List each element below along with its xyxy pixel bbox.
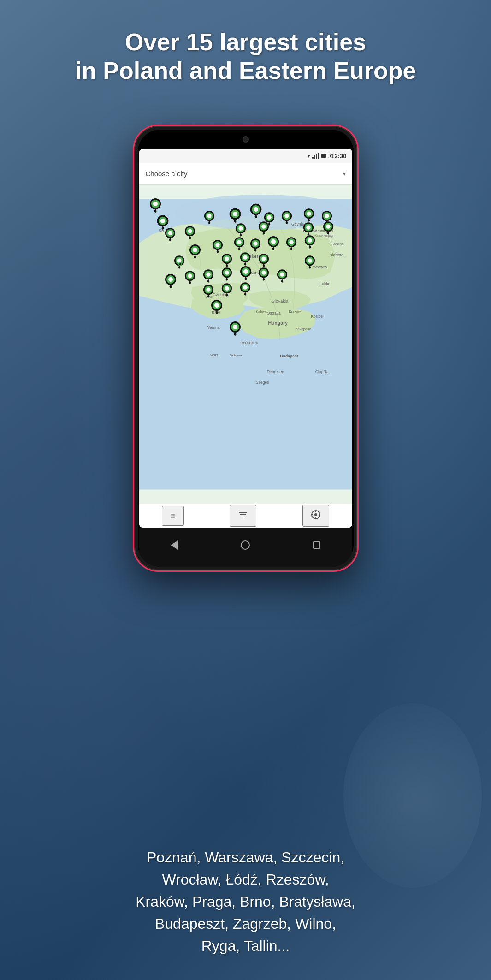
svg-text:Gdynia: Gdynia	[291, 222, 304, 226]
map-pin-27[interactable]	[240, 282, 251, 297]
map-pin-1[interactable]	[204, 210, 215, 226]
svg-point-49	[207, 214, 211, 218]
map-pin-19[interactable]	[258, 253, 269, 269]
map-pin-praha[interactable]	[149, 198, 161, 214]
map-pin-rzeszow[interactable]	[277, 269, 288, 285]
svg-point-133	[261, 271, 266, 275]
svg-point-154	[233, 325, 237, 329]
svg-text:Slovakia: Slovakia	[272, 298, 289, 303]
map-pin-15[interactable]	[304, 235, 315, 250]
header-section: Over 15 largest cities in Poland and Eas…	[0, 28, 491, 85]
map-pin-18[interactable]	[240, 252, 251, 267]
footer-cities-text: Poznań, Warszawa, Szczecin, Wrocław, Łód…	[0, 846, 491, 957]
home-button[interactable]	[241, 540, 250, 550]
svg-point-94	[271, 239, 276, 244]
svg-point-130	[243, 269, 248, 274]
svg-point-43	[254, 207, 258, 212]
filter-button[interactable]	[230, 505, 256, 527]
map-pin-22[interactable]	[203, 269, 214, 285]
map-pin-12[interactable]	[212, 239, 223, 255]
svg-text:Graz: Graz	[209, 353, 218, 357]
svg-text:Vienna: Vienna	[207, 325, 219, 330]
svg-point-46	[160, 219, 165, 223]
map-pin-20[interactable]	[304, 255, 315, 271]
map-pin-4[interactable]	[303, 208, 314, 224]
svg-point-118	[168, 277, 173, 282]
map-pin-26[interactable]	[221, 283, 232, 298]
header-title: Over 15 largest cities in Poland and Eas…	[0, 28, 491, 85]
phone-mockup: ▾ 12:30	[133, 125, 359, 572]
map-pin-9[interactable]	[258, 221, 269, 237]
map-pin-poznan[interactable]	[189, 244, 201, 261]
svg-point-82	[193, 248, 197, 252]
svg-text:Zakopane: Zakopane	[295, 327, 311, 331]
map-pin-23[interactable]	[221, 267, 232, 283]
map-pin-gdansk[interactable]	[250, 203, 262, 220]
map-pin-lodz[interactable]	[234, 237, 245, 252]
svg-point-109	[243, 255, 247, 260]
status-icons: ▾	[308, 153, 329, 159]
svg-text:Lublin: Lublin	[319, 281, 330, 286]
svg-point-124	[206, 273, 210, 277]
svg-point-97	[289, 240, 293, 244]
back-button[interactable]	[171, 540, 178, 550]
svg-point-55	[284, 214, 289, 218]
map-pin-13[interactable]	[250, 238, 261, 254]
svg-point-100	[308, 238, 312, 243]
svg-text:Kraków: Kraków	[289, 309, 301, 314]
wifi-icon: ▾	[308, 153, 310, 159]
svg-text:Szeged: Szeged	[255, 380, 269, 385]
svg-text:Katow...: Katow...	[255, 309, 268, 314]
app-screen: ▾ 12:30	[139, 149, 352, 528]
map-pin-3[interactable]	[281, 210, 292, 226]
svg-point-58	[307, 212, 311, 216]
svg-point-52	[267, 215, 271, 220]
map-pin-14[interactable]	[286, 237, 297, 252]
svg-text:Ostrava: Ostrava	[266, 311, 280, 315]
svg-point-142	[225, 286, 229, 291]
svg-point-148	[153, 202, 158, 206]
map-pin-17[interactable]	[221, 253, 232, 269]
svg-point-39	[233, 212, 237, 216]
svg-point-64	[168, 231, 172, 235]
svg-point-159	[314, 513, 317, 516]
svg-point-91	[253, 242, 257, 246]
map-pin-small	[178, 262, 182, 266]
svg-point-85	[215, 243, 219, 247]
svg-point-73	[261, 225, 266, 229]
svg-point-88	[237, 240, 241, 244]
location-button[interactable]	[302, 505, 329, 527]
map-pin-11[interactable]	[323, 221, 334, 237]
battery-fill	[321, 154, 326, 158]
svg-text:Budapest: Budapest	[280, 354, 298, 358]
city-selector-dropdown[interactable]: Choose a city ▾	[139, 163, 352, 185]
map-pin-budapest[interactable]	[229, 321, 241, 338]
svg-point-136	[280, 273, 284, 277]
svg-text:Białysto...: Białysto...	[329, 253, 346, 257]
status-time: 12:30	[331, 153, 346, 160]
svg-point-61	[325, 214, 329, 218]
chevron-down-icon: ▾	[343, 171, 346, 177]
svg-point-79	[326, 225, 330, 229]
signal-icon	[312, 153, 319, 159]
map-pin-24[interactable]	[258, 267, 269, 283]
bottom-toolbar: ≡	[139, 504, 352, 528]
svg-text:Bratislava: Bratislava	[240, 341, 258, 345]
map-pin-gdynia[interactable]	[229, 208, 241, 225]
map-pin-6[interactable]	[165, 227, 176, 243]
footer-cities-section: Poznań, Warszawa, Szczecin, Wrocław, Łód…	[0, 846, 491, 957]
map-pin-krakow[interactable]	[240, 266, 252, 282]
svg-point-127	[225, 271, 229, 275]
map-pin-wroclaw[interactable]	[165, 273, 177, 290]
map-area[interactable]: Poland Czechia Slovakia Hungary Kalining…	[139, 185, 352, 504]
map-pin-8[interactable]	[235, 223, 246, 238]
map-pin-7[interactable]	[184, 226, 195, 241]
recents-button[interactable]	[313, 541, 320, 549]
city-selector-label: Choose a city	[146, 170, 188, 178]
map-pin-21[interactable]	[184, 270, 195, 286]
status-bar: ▾ 12:30	[139, 149, 352, 163]
map-pin-25[interactable]	[203, 284, 214, 300]
map-pin-bratislava[interactable]	[211, 299, 223, 316]
map-pin-warszawa[interactable]	[267, 236, 279, 252]
menu-button[interactable]: ≡	[162, 506, 184, 526]
